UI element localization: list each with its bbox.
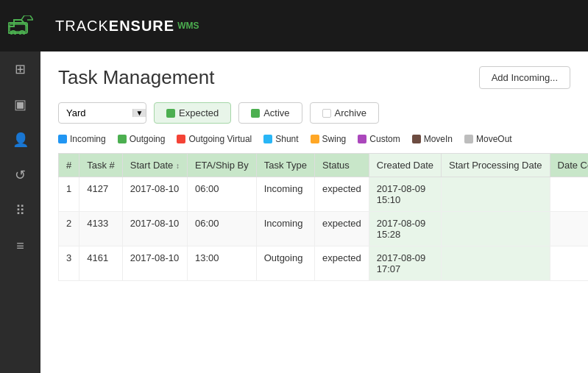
swing-legend-label: Swing <box>322 134 347 144</box>
grid-nav-icon[interactable]: ⊞ <box>7 56 34 82</box>
tab-active[interactable]: Active <box>238 102 302 124</box>
cell-start-date: 2017-08-10 <box>122 177 187 212</box>
cell-task-type: Incoming <box>256 177 314 212</box>
add-incoming-button[interactable]: Add Incoming... <box>479 66 570 89</box>
cell-status: expected <box>314 212 369 246</box>
cell-task-type: Incoming <box>256 212 314 246</box>
legend-shunt: Shunt <box>263 134 298 144</box>
apps-nav-icon[interactable]: ⠿ <box>7 197 34 224</box>
cell-status: expected <box>314 246 369 281</box>
sort-icon: ↕ <box>176 162 180 170</box>
filters-row: Yard ▼ Expected Active Archive <box>58 102 570 124</box>
page-title: Task Management <box>58 66 214 89</box>
content-header: Task Management Add Incoming... <box>58 66 570 89</box>
cell-date-completed <box>550 177 588 212</box>
cell-eta-ship: 06:00 <box>187 177 256 212</box>
yard-label: Yard <box>66 107 86 118</box>
col-task-type[interactable]: Task Type <box>256 154 314 177</box>
cell-start-processing <box>442 212 550 246</box>
swing-legend-dot <box>311 135 319 143</box>
outgoing-legend-label: Outgoing <box>130 134 166 144</box>
legend-outgoing: Outgoing <box>118 134 166 144</box>
outgoing-virtual-legend-dot <box>177 135 185 143</box>
movein-legend-dot <box>412 135 421 143</box>
app-sub: WMS <box>177 21 199 31</box>
legend-swing: Swing <box>311 134 347 144</box>
movein-legend-label: MoveIn <box>424 134 453 144</box>
table-row[interactable]: 141272017-08-1006:00Incomingexpected2017… <box>59 177 589 212</box>
cell-task-num: 4127 <box>79 177 123 212</box>
history-nav-icon[interactable]: ↺ <box>7 162 34 188</box>
cell-num: 2 <box>59 212 79 246</box>
incoming-legend-dot <box>58 135 67 143</box>
col-task-num[interactable]: Task # <box>79 154 123 177</box>
cell-num: 3 <box>59 246 79 281</box>
list-nav-icon[interactable]: ≡ <box>7 232 34 259</box>
cell-task-type: Outgoing <box>256 246 314 281</box>
col-eta-ship[interactable]: ETA/Ship By <box>187 154 256 177</box>
tab-archive[interactable]: Archive <box>310 102 379 124</box>
expected-dot <box>166 109 175 118</box>
cell-eta-ship: 06:00 <box>187 212 256 246</box>
cell-date-completed <box>550 212 588 246</box>
cell-created-date: 2017-08-09 15:28 <box>369 212 441 246</box>
app-logo <box>0 0 40 51</box>
legend-movein: MoveIn <box>412 134 453 144</box>
app-name-part2: ENSURE <box>109 18 174 34</box>
col-created-date[interactable]: Created Date <box>369 154 441 177</box>
box-nav-icon[interactable]: ▣ <box>7 91 34 118</box>
cell-task-num: 4161 <box>79 246 123 281</box>
content-area: Task Management Add Incoming... Yard ▼ E… <box>40 51 588 373</box>
legend-incoming: Incoming <box>58 134 106 144</box>
main-content: TRACKENSURE WMS Task Management Add Inco… <box>40 0 588 373</box>
incoming-legend-label: Incoming <box>70 134 106 144</box>
active-dot <box>251 109 260 118</box>
cell-start-date: 2017-08-10 <box>122 246 187 281</box>
task-table: # Task # Start Date ↕ ETA/Ship By Task T… <box>58 153 588 281</box>
app-name-part1: TRACK <box>55 18 109 34</box>
cell-start-processing <box>442 177 550 212</box>
sidebar: ⊞ ▣ 👤 ↺ ⠿ ≡ <box>0 0 40 373</box>
shunt-legend-label: Shunt <box>275 134 298 144</box>
cell-created-date: 2017-08-09 17:07 <box>369 246 441 281</box>
cell-task-num: 4133 <box>79 212 123 246</box>
table-row[interactable]: 241332017-08-1006:00Incomingexpected2017… <box>59 212 589 246</box>
cell-status: expected <box>314 177 369 212</box>
app-name: TRACKENSURE <box>55 18 174 35</box>
cell-eta-ship: 13:00 <box>187 246 256 281</box>
people-nav-icon[interactable]: 👤 <box>7 127 34 153</box>
custom-legend-dot <box>358 135 366 143</box>
table-header-row: # Task # Start Date ↕ ETA/Ship By Task T… <box>59 154 589 177</box>
cell-num: 1 <box>59 177 79 212</box>
outgoing-virtual-legend-label: Outgoing Virtual <box>188 134 252 144</box>
shunt-legend-dot <box>263 135 272 143</box>
topbar: TRACKENSURE WMS <box>40 0 588 51</box>
moveout-legend-dot <box>464 135 473 143</box>
col-status[interactable]: Status <box>314 154 369 177</box>
outgoing-legend-dot <box>118 135 127 143</box>
cell-start-processing <box>442 246 550 281</box>
moveout-legend-label: MoveOut <box>476 134 512 144</box>
col-num[interactable]: # <box>59 154 79 177</box>
tab-expected[interactable]: Expected <box>154 102 231 124</box>
cell-created-date: 2017-08-09 15:10 <box>369 177 441 212</box>
cell-date-completed <box>550 246 588 281</box>
legend-custom: Custom <box>358 134 400 144</box>
table-row[interactable]: 341612017-08-1013:00Outgoingexpected2017… <box>59 246 589 281</box>
yard-dropdown[interactable]: Yard ▼ <box>58 102 146 124</box>
archive-dot <box>322 109 331 118</box>
col-start-processing[interactable]: Start Processing Date <box>442 154 550 177</box>
legend-row: Incoming Outgoing Outgoing Virtual Shunt… <box>58 134 570 144</box>
legend-moveout: MoveOut <box>464 134 512 144</box>
custom-legend-label: Custom <box>369 134 400 144</box>
logo-icon <box>8 15 33 35</box>
cell-start-date: 2017-08-10 <box>122 212 187 246</box>
col-date-completed[interactable]: Date Completed <box>550 154 588 177</box>
tab-expected-label: Expected <box>179 107 219 118</box>
tab-archive-label: Archive <box>335 107 366 118</box>
tab-active-label: Active <box>263 107 289 118</box>
col-start-date[interactable]: Start Date ↕ <box>122 154 187 177</box>
legend-outgoing-virtual: Outgoing Virtual <box>177 134 252 144</box>
yard-dropdown-arrow: ▼ <box>132 109 146 117</box>
